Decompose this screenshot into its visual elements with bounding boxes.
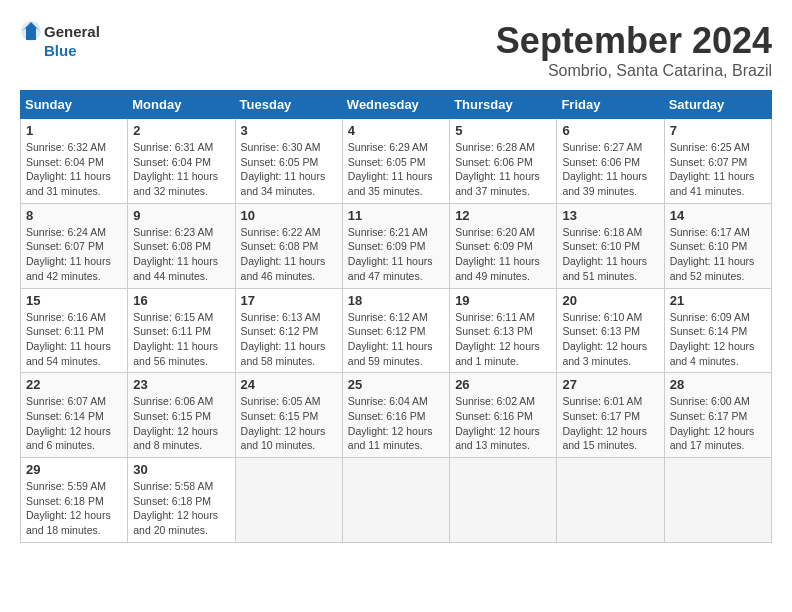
day-number: 10: [241, 208, 337, 223]
day-number: 20: [562, 293, 658, 308]
day-number: 25: [348, 377, 444, 392]
table-row: 16Sunrise: 6:15 AM Sunset: 6:11 PM Dayli…: [128, 288, 235, 373]
day-detail: Sunrise: 5:59 AM Sunset: 6:18 PM Dayligh…: [26, 479, 122, 538]
day-number: 27: [562, 377, 658, 392]
weekday-header-row: Sunday Monday Tuesday Wednesday Thursday…: [21, 91, 772, 119]
table-row: 4Sunrise: 6:29 AM Sunset: 6:05 PM Daylig…: [342, 119, 449, 204]
calendar-table: Sunday Monday Tuesday Wednesday Thursday…: [20, 90, 772, 543]
day-detail: Sunrise: 6:15 AM Sunset: 6:11 PM Dayligh…: [133, 310, 229, 369]
day-number: 1: [26, 123, 122, 138]
table-row: 28Sunrise: 6:00 AM Sunset: 6:17 PM Dayli…: [664, 373, 771, 458]
day-detail: Sunrise: 6:30 AM Sunset: 6:05 PM Dayligh…: [241, 140, 337, 199]
day-number: 19: [455, 293, 551, 308]
table-row: 21Sunrise: 6:09 AM Sunset: 6:14 PM Dayli…: [664, 288, 771, 373]
day-detail: Sunrise: 6:16 AM Sunset: 6:11 PM Dayligh…: [26, 310, 122, 369]
day-detail: Sunrise: 5:58 AM Sunset: 6:18 PM Dayligh…: [133, 479, 229, 538]
table-row: 13Sunrise: 6:18 AM Sunset: 6:10 PM Dayli…: [557, 203, 664, 288]
day-detail: Sunrise: 6:09 AM Sunset: 6:14 PM Dayligh…: [670, 310, 766, 369]
day-detail: Sunrise: 6:28 AM Sunset: 6:06 PM Dayligh…: [455, 140, 551, 199]
table-row: 29Sunrise: 5:59 AM Sunset: 6:18 PM Dayli…: [21, 458, 128, 543]
calendar-week-row: 15Sunrise: 6:16 AM Sunset: 6:11 PM Dayli…: [21, 288, 772, 373]
day-number: 24: [241, 377, 337, 392]
day-detail: Sunrise: 6:27 AM Sunset: 6:06 PM Dayligh…: [562, 140, 658, 199]
table-row: [450, 458, 557, 543]
day-number: 7: [670, 123, 766, 138]
table-row: 2Sunrise: 6:31 AM Sunset: 6:04 PM Daylig…: [128, 119, 235, 204]
table-row: 11Sunrise: 6:21 AM Sunset: 6:09 PM Dayli…: [342, 203, 449, 288]
table-row: 22Sunrise: 6:07 AM Sunset: 6:14 PM Dayli…: [21, 373, 128, 458]
day-number: 5: [455, 123, 551, 138]
day-detail: Sunrise: 6:05 AM Sunset: 6:15 PM Dayligh…: [241, 394, 337, 453]
day-detail: Sunrise: 6:02 AM Sunset: 6:16 PM Dayligh…: [455, 394, 551, 453]
table-row: 18Sunrise: 6:12 AM Sunset: 6:12 PM Dayli…: [342, 288, 449, 373]
day-detail: Sunrise: 6:17 AM Sunset: 6:10 PM Dayligh…: [670, 225, 766, 284]
table-row: [235, 458, 342, 543]
day-detail: Sunrise: 6:31 AM Sunset: 6:04 PM Dayligh…: [133, 140, 229, 199]
day-number: 14: [670, 208, 766, 223]
col-sunday: Sunday: [21, 91, 128, 119]
table-row: 24Sunrise: 6:05 AM Sunset: 6:15 PM Dayli…: [235, 373, 342, 458]
day-detail: Sunrise: 6:25 AM Sunset: 6:07 PM Dayligh…: [670, 140, 766, 199]
table-row: 27Sunrise: 6:01 AM Sunset: 6:17 PM Dayli…: [557, 373, 664, 458]
day-detail: Sunrise: 6:01 AM Sunset: 6:17 PM Dayligh…: [562, 394, 658, 453]
day-number: 2: [133, 123, 229, 138]
day-number: 6: [562, 123, 658, 138]
day-detail: Sunrise: 6:20 AM Sunset: 6:09 PM Dayligh…: [455, 225, 551, 284]
logo: General Blue: [20, 20, 100, 59]
table-row: [557, 458, 664, 543]
table-row: 3Sunrise: 6:30 AM Sunset: 6:05 PM Daylig…: [235, 119, 342, 204]
day-detail: Sunrise: 6:22 AM Sunset: 6:08 PM Dayligh…: [241, 225, 337, 284]
table-row: 14Sunrise: 6:17 AM Sunset: 6:10 PM Dayli…: [664, 203, 771, 288]
logo-general-text: General: [44, 23, 100, 40]
day-detail: Sunrise: 6:00 AM Sunset: 6:17 PM Dayligh…: [670, 394, 766, 453]
day-detail: Sunrise: 6:12 AM Sunset: 6:12 PM Dayligh…: [348, 310, 444, 369]
table-row: 12Sunrise: 6:20 AM Sunset: 6:09 PM Dayli…: [450, 203, 557, 288]
table-row: [342, 458, 449, 543]
table-row: [664, 458, 771, 543]
table-row: 9Sunrise: 6:23 AM Sunset: 6:08 PM Daylig…: [128, 203, 235, 288]
day-number: 8: [26, 208, 122, 223]
col-wednesday: Wednesday: [342, 91, 449, 119]
day-number: 18: [348, 293, 444, 308]
day-detail: Sunrise: 6:13 AM Sunset: 6:12 PM Dayligh…: [241, 310, 337, 369]
table-row: 19Sunrise: 6:11 AM Sunset: 6:13 PM Dayli…: [450, 288, 557, 373]
table-row: 30Sunrise: 5:58 AM Sunset: 6:18 PM Dayli…: [128, 458, 235, 543]
day-detail: Sunrise: 6:07 AM Sunset: 6:14 PM Dayligh…: [26, 394, 122, 453]
day-detail: Sunrise: 6:11 AM Sunset: 6:13 PM Dayligh…: [455, 310, 551, 369]
day-number: 11: [348, 208, 444, 223]
header: General Blue September 2024 Sombrio, San…: [20, 20, 772, 80]
day-number: 17: [241, 293, 337, 308]
day-number: 3: [241, 123, 337, 138]
table-row: 7Sunrise: 6:25 AM Sunset: 6:07 PM Daylig…: [664, 119, 771, 204]
calendar-week-row: 29Sunrise: 5:59 AM Sunset: 6:18 PM Dayli…: [21, 458, 772, 543]
col-thursday: Thursday: [450, 91, 557, 119]
day-number: 28: [670, 377, 766, 392]
day-detail: Sunrise: 6:23 AM Sunset: 6:08 PM Dayligh…: [133, 225, 229, 284]
day-detail: Sunrise: 6:24 AM Sunset: 6:07 PM Dayligh…: [26, 225, 122, 284]
day-number: 13: [562, 208, 658, 223]
logo-blue-text: Blue: [44, 42, 77, 59]
day-detail: Sunrise: 6:18 AM Sunset: 6:10 PM Dayligh…: [562, 225, 658, 284]
table-row: 5Sunrise: 6:28 AM Sunset: 6:06 PM Daylig…: [450, 119, 557, 204]
table-row: 15Sunrise: 6:16 AM Sunset: 6:11 PM Dayli…: [21, 288, 128, 373]
day-detail: Sunrise: 6:32 AM Sunset: 6:04 PM Dayligh…: [26, 140, 122, 199]
table-row: 10Sunrise: 6:22 AM Sunset: 6:08 PM Dayli…: [235, 203, 342, 288]
table-row: 23Sunrise: 6:06 AM Sunset: 6:15 PM Dayli…: [128, 373, 235, 458]
day-number: 16: [133, 293, 229, 308]
day-detail: Sunrise: 6:04 AM Sunset: 6:16 PM Dayligh…: [348, 394, 444, 453]
col-tuesday: Tuesday: [235, 91, 342, 119]
logo-svg-icon: [20, 20, 42, 42]
title-area: September 2024 Sombrio, Santa Catarina, …: [496, 20, 772, 80]
subtitle: Sombrio, Santa Catarina, Brazil: [496, 62, 772, 80]
col-monday: Monday: [128, 91, 235, 119]
col-friday: Friday: [557, 91, 664, 119]
day-number: 9: [133, 208, 229, 223]
table-row: 26Sunrise: 6:02 AM Sunset: 6:16 PM Dayli…: [450, 373, 557, 458]
month-title: September 2024: [496, 20, 772, 62]
day-number: 26: [455, 377, 551, 392]
day-number: 12: [455, 208, 551, 223]
table-row: 8Sunrise: 6:24 AM Sunset: 6:07 PM Daylig…: [21, 203, 128, 288]
day-number: 22: [26, 377, 122, 392]
table-row: 1Sunrise: 6:32 AM Sunset: 6:04 PM Daylig…: [21, 119, 128, 204]
day-number: 15: [26, 293, 122, 308]
